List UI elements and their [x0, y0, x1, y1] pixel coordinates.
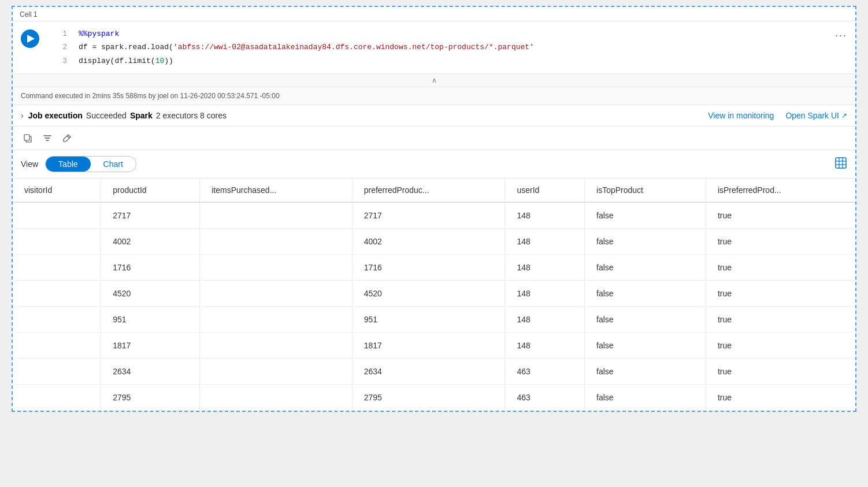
spark-info: 2 executors 8 cores [156, 111, 227, 120]
view-in-monitoring-link[interactable]: View in monitoring [708, 111, 774, 120]
table-header-row: visitorId productId itemsPurchased... pr… [13, 179, 855, 202]
job-bar: › Job execution Succeeded Spark 2 execut… [13, 105, 855, 127]
cell-productId-5: 1817 [101, 333, 200, 359]
cell-preferredProduc-7: 2795 [352, 385, 505, 411]
code-line-2: 2 df = spark.read.load('abfss://wwi-02@a… [53, 40, 850, 54]
col-header-visitorId[interactable]: visitorId [13, 179, 101, 202]
cell-isTopProduct-4: false [585, 307, 706, 333]
cell-visitorId-6 [13, 359, 101, 385]
code-lines: 1 %%pyspark 2 df = spark.read.load('abfs… [47, 27, 855, 68]
collapse-icon: ∧ [432, 76, 437, 84]
cell-visitorId-1 [13, 229, 101, 255]
cell-productId-4: 951 [101, 307, 200, 333]
cell-preferredProduc-6: 2634 [352, 359, 505, 385]
col-header-isPreferredProd[interactable]: isPreferredProd... [706, 179, 855, 202]
cell-isPreferredProd-0: true [706, 202, 855, 229]
run-button[interactable] [21, 29, 39, 48]
cell-isTopProduct-3: false [585, 281, 706, 307]
cell-userId-3: 148 [505, 281, 585, 307]
external-link-icon: ↗ [841, 111, 847, 120]
table-body: 27172717148falsetrue40024002148falsetrue… [13, 202, 855, 411]
data-table-wrap: visitorId productId itemsPurchased... pr… [13, 179, 855, 411]
cell-isTopProduct-1: false [585, 229, 706, 255]
cell-preferredProduc-0: 2717 [352, 202, 505, 229]
notebook-cell: Cell 1 1 %%pyspark 2 df = spark.read.loa… [12, 6, 856, 412]
cell-isTopProduct-6: false [585, 359, 706, 385]
cell-preferredProduc-5: 1817 [352, 333, 505, 359]
execution-status: Command executed in 2mins 35s 588ms by j… [13, 87, 855, 105]
cell-isTopProduct-2: false [585, 255, 706, 281]
cell-isTopProduct-0: false [585, 202, 706, 229]
cell-preferredProduc-3: 4520 [352, 281, 505, 307]
cell-isPreferredProd-7: true [706, 385, 855, 411]
svg-rect-3 [836, 158, 846, 168]
clear-icon[interactable] [60, 131, 74, 145]
table-row: 17161716148falsetrue [13, 255, 855, 281]
job-links: View in monitoring Open Spark UI ↗ [708, 111, 847, 120]
cell-isPreferredProd-2: true [706, 255, 855, 281]
cell-isPreferredProd-3: true [706, 281, 855, 307]
col-header-userId[interactable]: userId [505, 179, 585, 202]
cell-userId-5: 148 [505, 333, 585, 359]
cell-preferredProduc-4: 951 [352, 307, 505, 333]
cell-productId-7: 2795 [101, 385, 200, 411]
cell-visitorId-3 [13, 281, 101, 307]
open-spark-ui-link[interactable]: Open Spark UI ↗ [785, 111, 847, 120]
code-line-1: 1 %%pyspark [53, 27, 850, 40]
table-row: 18171817148falsetrue [13, 333, 855, 359]
cell-itemsPurchased-2 [200, 255, 352, 281]
filter-icon[interactable] [40, 131, 54, 145]
code-text-3: display(df.limit(10)) [79, 54, 173, 68]
col-header-isTopProduct[interactable]: isTopProduct [585, 179, 706, 202]
job-execution-label: Job execution [28, 111, 83, 120]
cell-itemsPurchased-3 [200, 281, 352, 307]
cell-productId-2: 1716 [101, 255, 200, 281]
table-view-button[interactable]: Table [46, 157, 90, 172]
cell-itemsPurchased-1 [200, 229, 352, 255]
line-number-2: 2 [53, 40, 67, 54]
cell-isPreferredProd-6: true [706, 359, 855, 385]
cell-preferredProduc-1: 4002 [352, 229, 505, 255]
code-area: 1 %%pyspark 2 df = spark.read.load('abfs… [13, 21, 855, 74]
more-options-button[interactable]: ··· [835, 29, 847, 42]
cell-userId-0: 148 [505, 202, 585, 229]
copy-icon[interactable] [21, 131, 35, 145]
cell-isPreferredProd-5: true [706, 333, 855, 359]
col-header-itemsPurchased[interactable]: itemsPurchased... [200, 179, 352, 202]
cell-productId-3: 4520 [101, 281, 200, 307]
cell-label: Cell 1 [13, 7, 855, 21]
cell-itemsPurchased-6 [200, 359, 352, 385]
cell-productId-0: 2717 [101, 202, 200, 229]
cell-productId-1: 4002 [101, 229, 200, 255]
table-settings-icon[interactable] [834, 157, 847, 172]
open-spark-ui-label: Open Spark UI [785, 111, 839, 120]
cell-itemsPurchased-5 [200, 333, 352, 359]
col-header-preferredProduc[interactable]: preferredProduc... [352, 179, 505, 202]
cell-userId-4: 148 [505, 307, 585, 333]
chart-view-button[interactable]: Chart [91, 157, 136, 172]
cell-itemsPurchased-0 [200, 202, 352, 229]
cell-userId-2: 148 [505, 255, 585, 281]
col-header-productId[interactable]: productId [101, 179, 200, 202]
svg-rect-1 [24, 135, 29, 140]
table-row: 26342634463falsetrue [13, 359, 855, 385]
table-row: 951951148falsetrue [13, 307, 855, 333]
line-number-1: 1 [53, 27, 67, 40]
cell-userId-1: 148 [505, 229, 585, 255]
cell-isPreferredProd-1: true [706, 229, 855, 255]
code-text-1: %%pyspark [79, 27, 119, 40]
line-number-3: 3 [53, 54, 67, 68]
job-status: Succeeded [86, 111, 127, 120]
spark-label: Spark [130, 111, 153, 120]
collapse-bar[interactable]: ∧ [13, 74, 855, 87]
cell-visitorId-5 [13, 333, 101, 359]
cell-userId-6: 463 [505, 359, 585, 385]
cell-isTopProduct-7: false [585, 385, 706, 411]
cell-itemsPurchased-7 [200, 385, 352, 411]
cell-userId-7: 463 [505, 385, 585, 411]
code-line-3: 3 display(df.limit(10)) [53, 54, 850, 68]
cell-visitorId-4 [13, 307, 101, 333]
cell-productId-6: 2634 [101, 359, 200, 385]
job-expand-icon[interactable]: › [21, 111, 24, 120]
cell-isTopProduct-5: false [585, 333, 706, 359]
